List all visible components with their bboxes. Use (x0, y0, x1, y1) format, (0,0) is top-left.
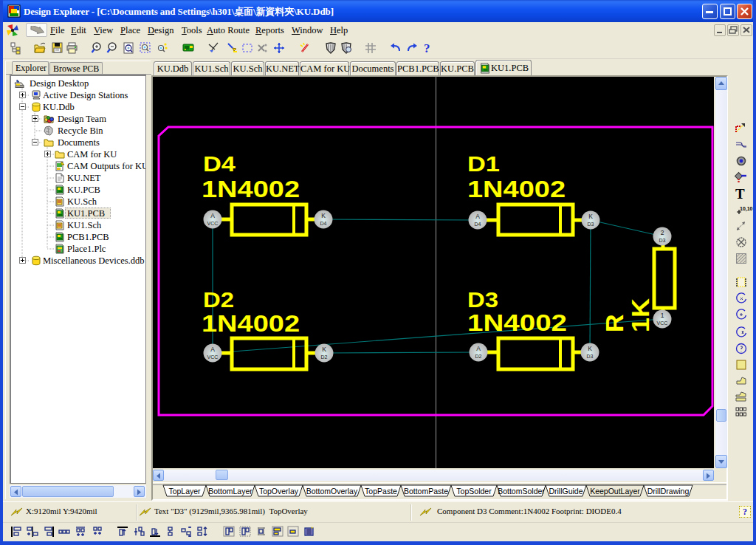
svg-text:BottomLayer: BottomLayer (208, 487, 252, 496)
svg-text:VCC: VCC (207, 221, 219, 226)
svg-text:1N4002: 1N4002 (202, 176, 300, 202)
svg-text:1K: 1K (626, 298, 654, 332)
svg-text:10,10: 10,10 (740, 206, 753, 212)
svg-text:1N4002: 1N4002 (467, 176, 566, 202)
svg-text:A: A (210, 212, 215, 219)
svg-text:K: K (321, 212, 326, 219)
svg-text:D3: D3 (467, 288, 498, 312)
svg-text:K: K (588, 345, 592, 352)
svg-text:TopPaste: TopPaste (365, 487, 397, 496)
svg-text:D2: D2 (203, 288, 234, 312)
svg-text:2: 2 (661, 229, 664, 236)
svg-text:KeepOutLayer: KeepOutLayer (590, 487, 640, 496)
svg-text:K: K (588, 213, 593, 220)
svg-text:D1: D1 (467, 152, 500, 176)
svg-text:1N4002: 1N4002 (467, 310, 567, 336)
svg-text:BottomPaste: BottomPaste (404, 487, 448, 496)
svg-text:BottomOverlay: BottomOverlay (306, 487, 358, 496)
svg-text:A: A (210, 346, 215, 353)
svg-text:VCC: VCC (207, 354, 219, 360)
svg-text:D4: D4 (203, 152, 236, 176)
svg-text:A: A (476, 345, 481, 352)
svg-text:1N4002: 1N4002 (202, 311, 300, 337)
svg-text:D2: D2 (475, 354, 482, 359)
svg-text:D4: D4 (320, 221, 327, 226)
svg-text:D3: D3 (659, 238, 666, 243)
svg-text:1: 1 (661, 312, 664, 319)
svg-text:DrillDrawing: DrillDrawing (647, 487, 690, 496)
svg-text:K: K (322, 346, 326, 353)
svg-text:DrillGuide: DrillGuide (549, 487, 583, 496)
svg-text:D3: D3 (588, 222, 594, 227)
svg-text:T: T (735, 186, 745, 202)
svg-text:D4: D4 (475, 222, 481, 227)
svg-text:VCC: VCC (657, 321, 668, 326)
svg-text:TopLayer: TopLayer (168, 487, 201, 496)
svg-text:A: A (475, 213, 480, 220)
svg-text:D3: D3 (587, 354, 594, 359)
svg-text:D2: D2 (321, 354, 328, 360)
svg-text:TopSolder: TopSolder (456, 487, 492, 496)
svg-text:R: R (600, 314, 628, 332)
svg-text:?: ? (424, 41, 430, 55)
svg-text:TopOverlay: TopOverlay (259, 487, 299, 496)
svg-text:BottomSolder: BottomSolder (498, 487, 545, 496)
